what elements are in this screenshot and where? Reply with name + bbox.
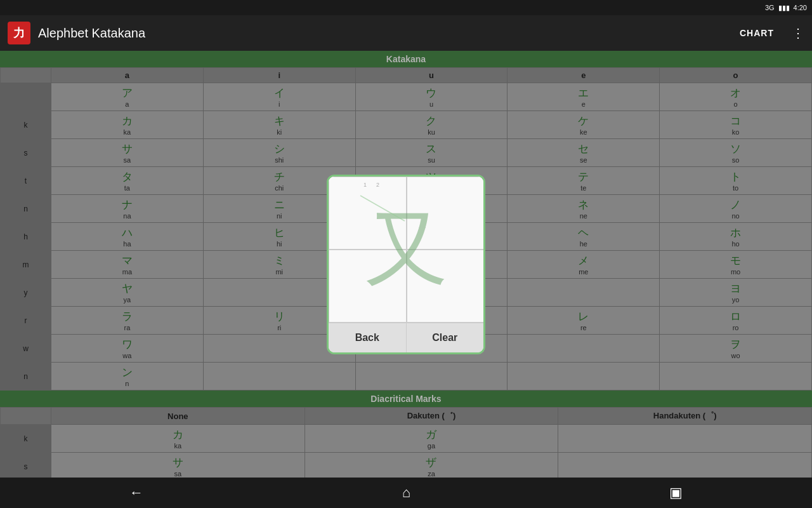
app-bar: 力 Alephbet Katakana CHART ⋮ — [0, 15, 812, 51]
recent-nav-button[interactable]: ▣ — [669, 485, 683, 501]
back-button[interactable]: Back — [329, 323, 407, 352]
battery-icon: ▮▮▮ — [778, 4, 790, 12]
stroke-num-2: 2 — [376, 182, 379, 188]
time-display: 4:20 — [794, 4, 807, 11]
stroke-num-1: 1 — [363, 182, 367, 188]
drawing-overlay: 又 1 2 1 2 Back Clear — [0, 51, 812, 478]
chart-button[interactable]: CHART — [740, 28, 774, 38]
bottom-nav: ← ⌂ ▣ — [0, 478, 812, 508]
drawing-card: 又 1 2 1 2 Back Clear — [327, 175, 485, 354]
drawing-quadrant-bl — [329, 250, 407, 323]
status-bar: 3G ▮▮▮ 4:20 — [0, 0, 812, 15]
drawing-area[interactable]: 又 1 2 1 2 — [329, 177, 485, 323]
signal-icon: 3G — [765, 4, 775, 11]
drawing-quadrant-tr — [407, 177, 485, 250]
app-title: Alephbet Katakana — [38, 26, 732, 41]
status-icons: 3G ▮▮▮ 4:20 — [765, 4, 807, 12]
drawing-quadrant-br — [407, 250, 485, 323]
back-nav-button[interactable]: ← — [129, 485, 143, 501]
drawing-quadrant-tl — [329, 177, 407, 250]
clear-button[interactable]: Clear — [407, 323, 484, 352]
main-content: Katakana a i u e o アa イi ウu エe オo k カka … — [0, 51, 812, 478]
menu-button[interactable]: ⋮ — [792, 25, 804, 41]
app-icon: 力 — [8, 22, 30, 44]
home-nav-button[interactable]: ⌂ — [402, 485, 410, 501]
card-buttons: Back Clear — [329, 323, 483, 352]
